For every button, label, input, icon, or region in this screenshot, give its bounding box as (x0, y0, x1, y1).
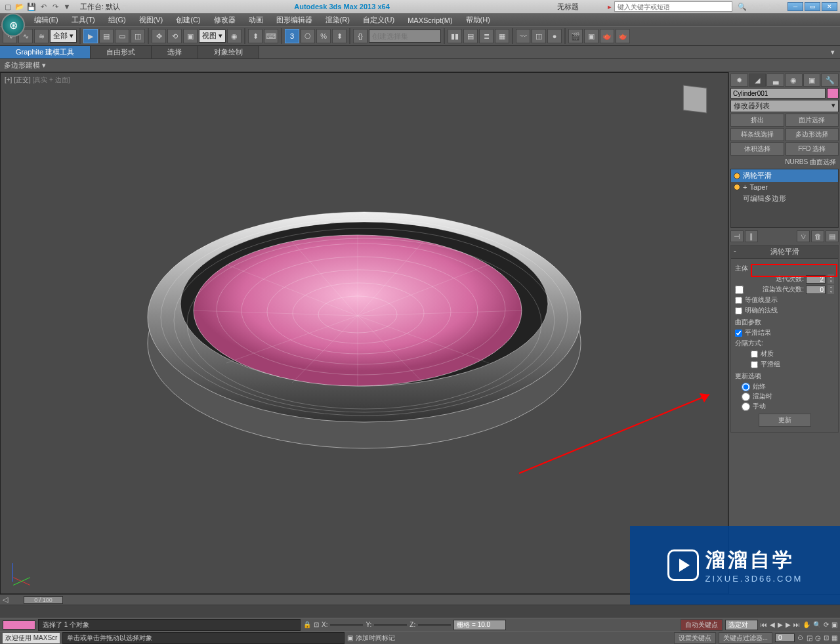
open-icon[interactable]: 📂 (14, 1, 25, 12)
stack-item-editable-poly[interactable]: 可编辑多边形 (731, 192, 838, 205)
angle-snap-icon[interactable]: ⎔ (301, 29, 315, 43)
hierarchy-tab-icon[interactable]: ▃ (766, 74, 784, 87)
manipulate-icon[interactable]: ⬍ (248, 29, 262, 43)
menu-create[interactable]: 创建(C) (169, 14, 207, 26)
link-icon[interactable]: ▼ (62, 1, 72, 12)
mod-btn-poly[interactable]: 多边形选择 (786, 128, 839, 141)
play-icon[interactable]: ▶ (778, 621, 783, 628)
lock-icon[interactable]: 🔒 (303, 621, 311, 628)
workspace-dropdown-icon[interactable]: ▾ (123, 3, 127, 11)
material-editor-icon[interactable]: ● (547, 29, 562, 43)
menu-group[interactable]: 组(G) (102, 14, 133, 26)
menu-customize[interactable]: 自定义(U) (356, 14, 401, 26)
next-frame-icon[interactable]: ▶ (786, 621, 791, 628)
mirror-icon[interactable]: ▮▮ (448, 29, 462, 43)
stack-item-turbosmooth[interactable]: 涡轮平滑 (731, 169, 838, 182)
named-selset-input[interactable] (369, 30, 441, 43)
smoothgrp-checkbox[interactable] (751, 361, 758, 368)
update-button[interactable]: 更新 (759, 414, 811, 427)
menu-views[interactable]: 视图(V) (133, 14, 170, 26)
snap-toggle-icon[interactable]: 3 (285, 29, 299, 43)
render-iter-value[interactable]: 0 (806, 286, 826, 294)
frame-field[interactable]: 0 (775, 633, 795, 642)
layer-manager-icon[interactable]: ≣ (479, 29, 494, 43)
motion-tab-icon[interactable]: ◉ (785, 74, 803, 87)
ribbon-tab-selection[interactable]: 选择 (152, 46, 198, 58)
exchange-icon[interactable]: ✕ (758, 3, 764, 11)
keyboard-shortcut-icon[interactable]: ⌨ (264, 29, 278, 43)
close-button[interactable]: ✕ (822, 2, 837, 11)
autokey-button[interactable]: 自动关键点 (681, 619, 723, 631)
ribbon-toggle-icon[interactable]: ▦ (495, 29, 509, 43)
menu-tools[interactable]: 工具(T) (65, 14, 102, 26)
timeline-ruler[interactable] (0, 605, 840, 618)
menu-rendering[interactable]: 渲染(R) (319, 14, 356, 26)
application-button[interactable]: ⊛ (1, 13, 25, 37)
modify-tab-icon[interactable]: ◢ (749, 74, 766, 87)
workspace-label[interactable]: 工作台: 默认 (80, 2, 120, 12)
favorite-icon[interactable]: ★ (766, 3, 773, 11)
menu-graph-editors[interactable]: 图形编辑器 (270, 14, 319, 26)
object-color-swatch[interactable] (827, 88, 839, 98)
search-icon[interactable]: 🔍 (738, 3, 747, 11)
timeslider-left-icon[interactable]: ◁ (0, 595, 10, 604)
status-color-swatch[interactable] (3, 620, 35, 630)
new-icon[interactable]: ▢ (3, 1, 13, 12)
pin-stack-icon[interactable]: ⊣ (730, 230, 744, 242)
bind-spacewarp-icon[interactable]: ≋ (34, 29, 49, 43)
render-iter-spinner[interactable]: ▴▾ (828, 285, 834, 294)
prev-frame-icon[interactable]: ◀ (770, 621, 775, 628)
time-slider-handle[interactable]: 0 / 100 (24, 596, 63, 604)
select-by-name-icon[interactable]: ▤ (99, 29, 114, 43)
isoline-checkbox[interactable] (735, 297, 742, 304)
create-tab-icon[interactable]: ✹ (730, 74, 748, 87)
menu-help[interactable]: 帮助(H) (459, 14, 497, 26)
ribbon-tab-paint[interactable]: 对象绘制 (198, 46, 259, 58)
menu-animation[interactable]: 动画 (242, 14, 270, 26)
axis-lock-icon[interactable]: ⊡ (314, 621, 319, 628)
ribbon-tab-graphite[interactable]: Graphite 建模工具 (0, 46, 91, 58)
select-object-icon[interactable]: ▶ (83, 29, 98, 43)
render-prod-icon[interactable]: 🫖 (616, 29, 630, 43)
update-always-radio[interactable] (742, 383, 750, 391)
selkey-dropdown[interactable]: 选定对 (725, 620, 758, 630)
maximize-viewport-icon[interactable]: ▣ (831, 621, 837, 628)
goto-start-icon[interactable]: ⏮ (761, 621, 767, 628)
goto-end-icon[interactable]: ⏭ (793, 621, 800, 628)
viewport-label[interactable]: [+] [正交] [真实 + 边面] (5, 75, 70, 85)
schematic-view-icon[interactable]: ◫ (532, 29, 546, 43)
script-listener-icon[interactable]: ▣ (347, 634, 353, 641)
menu-edit[interactable]: 编辑(E) (28, 14, 65, 26)
menu-modifiers[interactable]: 修改器 (207, 14, 242, 26)
render-icon[interactable]: 🫖 (600, 29, 614, 43)
scale-icon[interactable]: ▣ (183, 29, 198, 43)
object-name-input[interactable] (730, 88, 826, 98)
remove-mod-icon[interactable]: 🗑 (811, 230, 824, 242)
fov-icon[interactable]: ◶ (815, 634, 821, 641)
edit-selset-icon[interactable]: {} (353, 29, 368, 43)
material-checkbox[interactable] (751, 351, 758, 358)
poly-modeling-label[interactable]: 多边形建模 (4, 61, 40, 69)
add-time-tag-label[interactable]: 添加时间标记 (356, 633, 395, 643)
mod-btn-extrude[interactable]: 挤出 (730, 114, 784, 127)
curve-editor-icon[interactable]: 〰 (516, 29, 530, 43)
update-manual-radio[interactable] (742, 402, 750, 411)
selection-filter-dropdown[interactable]: 全部 ▾ (50, 30, 77, 43)
render-setup-icon[interactable]: 🎬 (568, 29, 583, 43)
undo-icon[interactable]: ↶ (38, 1, 49, 12)
search-input[interactable] (614, 1, 732, 12)
rollout-header[interactable]: -涡轮平滑 (731, 246, 838, 259)
nav2-icon[interactable]: ⊡ (824, 634, 829, 641)
setkey-button[interactable]: 设置关键点 (674, 632, 716, 644)
zoom-icon[interactable]: 🔍 (813, 621, 821, 628)
pan-icon[interactable]: ✋ (803, 621, 810, 628)
pivot-icon[interactable]: ◉ (227, 29, 242, 43)
spinner-snap-icon[interactable]: ⬍ (332, 29, 346, 43)
mod-btn-vol[interactable]: 体积选择 (730, 142, 784, 156)
menu-maxscript[interactable]: MAXScript(M) (401, 15, 459, 26)
configure-icon[interactable]: ▤ (826, 230, 839, 242)
align-icon[interactable]: ▤ (463, 29, 478, 43)
minimize-button[interactable]: ─ (788, 2, 803, 11)
ribbon-expand-icon[interactable]: ▾ (826, 48, 840, 56)
z-field[interactable] (418, 624, 451, 626)
